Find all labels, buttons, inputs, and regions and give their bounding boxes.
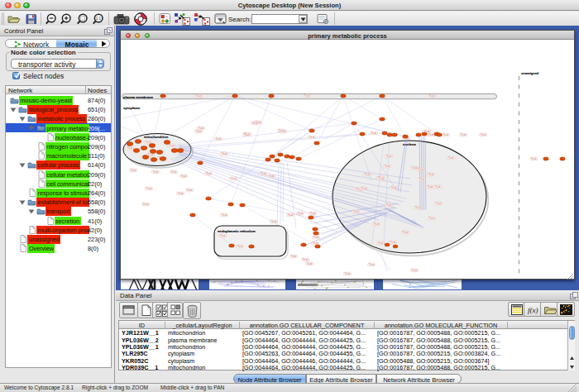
svg-text:Yx-xx: Yx-xx (429, 94, 435, 98)
svg-text:Yx-xx: Yx-xx (231, 177, 237, 180)
svg-text:Yx-xx: Yx-xx (244, 133, 250, 136)
svg-text:Yx-xx: Yx-xx (461, 133, 467, 136)
svg-text:Yx-xx: Yx-xx (153, 170, 159, 174)
svg-text:cytoplasm: cytoplasm (123, 106, 141, 110)
svg-text:Yx-xx: Yx-xx (303, 258, 309, 261)
svg-text:Yx-xx: Yx-xx (196, 130, 202, 133)
svg-text:Yx-xx: Yx-xx (216, 137, 222, 141)
svg-text:Yx-xx: Yx-xx (169, 144, 175, 147)
svg-text:Yx-xx: Yx-xx (531, 157, 537, 160)
svg-text:Yx-xx: Yx-xx (371, 131, 377, 135)
svg-text:Yx-xx: Yx-xx (385, 165, 390, 168)
svg-text:Yx-xx: Yx-xx (428, 133, 434, 136)
svg-text:Yx-xx: Yx-xx (391, 186, 397, 189)
svg-text:mitochondrion: mitochondrion (144, 135, 169, 139)
svg-text:Yx-xx: Yx-xx (436, 202, 442, 205)
svg-text:Yx-xx: Yx-xx (378, 241, 384, 245)
svg-text:Yx-xx: Yx-xx (309, 136, 315, 139)
svg-text:Yx-xx: Yx-xx (428, 173, 434, 176)
svg-text:Yx-xx: Yx-xx (345, 272, 351, 275)
svg-text:Yx-xx: Yx-xx (131, 169, 136, 172)
svg-text:Yx-xx: Yx-xx (237, 245, 243, 248)
svg-text:unassigned: unassigned (521, 72, 539, 75)
svg-text:Yx-xx: Yx-xx (143, 203, 149, 206)
svg-text:Yx-xx: Yx-xx (261, 172, 266, 175)
svg-text:Yx-xx: Yx-xx (448, 156, 454, 160)
svg-text:Yx-xx: Yx-xx (269, 174, 275, 178)
svg-text:Yx-xx: Yx-xx (178, 192, 184, 195)
svg-text:Yx-xx: Yx-xx (361, 187, 367, 190)
svg-text:Yx-xx: Yx-xx (429, 217, 435, 220)
svg-text:Yx-xx: Yx-xx (304, 94, 310, 98)
svg-text:Yx-xx: Yx-xx (220, 234, 226, 237)
svg-text:Yx-xx: Yx-xx (199, 127, 204, 130)
svg-text:Yx-xx: Yx-xx (412, 269, 418, 272)
svg-text:Yx-xx: Yx-xx (171, 170, 177, 174)
svg-text:Yx-xx: Yx-xx (271, 220, 277, 223)
svg-text:Yx-xx: Yx-xx (146, 141, 151, 144)
svg-text:Yx-xx: Yx-xx (365, 173, 371, 176)
svg-text:Yx-xx: Yx-xx (435, 185, 441, 189)
svg-text:Yx-xx: Yx-xx (288, 213, 294, 217)
svg-text:Yx-xx: Yx-xx (313, 236, 319, 239)
svg-text:plasma membrane: plasma membrane (123, 95, 154, 99)
svg-text:Yx-xx: Yx-xx (418, 168, 423, 171)
svg-text:f(x): f(x) (528, 306, 538, 314)
svg-text:Yx-xx: Yx-xx (291, 255, 297, 258)
svg-text:Yx-xx: Yx-xx (310, 212, 316, 215)
svg-text:Yx-xx: Yx-xx (374, 222, 380, 226)
svg-text:Yx-xx: Yx-xx (403, 231, 409, 234)
svg-text:Yx-xx: Yx-xx (353, 210, 359, 213)
svg-text:Yx-xx: Yx-xx (379, 177, 385, 180)
svg-text:Yx-xx: Yx-xx (187, 189, 193, 192)
svg-text:Yx-xx: Yx-xx (481, 133, 486, 136)
svg-text:Yx-xx: Yx-xx (307, 262, 313, 265)
svg-text:Yx-xx: Yx-xx (428, 185, 433, 189)
svg-text:Yx-xx: Yx-xx (222, 152, 227, 155)
svg-text:Yx-xx: Yx-xx (415, 206, 421, 209)
svg-text:Yx-xx: Yx-xx (386, 203, 392, 207)
svg-text:Yx-xx: Yx-xx (196, 94, 202, 98)
svg-text:Yx-xx: Yx-xx (298, 212, 304, 215)
svg-text:Yx-xx: Yx-xx (181, 174, 187, 178)
svg-text:Yx-xx: Yx-xx (206, 172, 212, 175)
svg-text:Yx-xx: Yx-xx (390, 241, 396, 244)
svg-text:Yx-xx: Yx-xx (369, 263, 375, 266)
svg-text:Yx-xx: Yx-xx (279, 129, 285, 132)
svg-text:Yx-xx: Yx-xx (313, 241, 318, 245)
svg-text:1:1: 1:1 (96, 17, 102, 21)
svg-text:Yx-xx: Yx-xx (386, 155, 392, 158)
svg-text:Yx-xx: Yx-xx (127, 146, 133, 150)
svg-text:Yx-xx: Yx-xx (443, 133, 449, 136)
svg-text:Yx-xx: Yx-xx (222, 213, 227, 217)
svg-text:Yx-xx: Yx-xx (419, 178, 425, 181)
svg-text:Yx-xx: Yx-xx (252, 122, 258, 125)
svg-text:Yx-xx: Yx-xx (146, 187, 152, 190)
svg-text:endoplasmic reticulum: endoplasmic reticulum (218, 229, 256, 233)
